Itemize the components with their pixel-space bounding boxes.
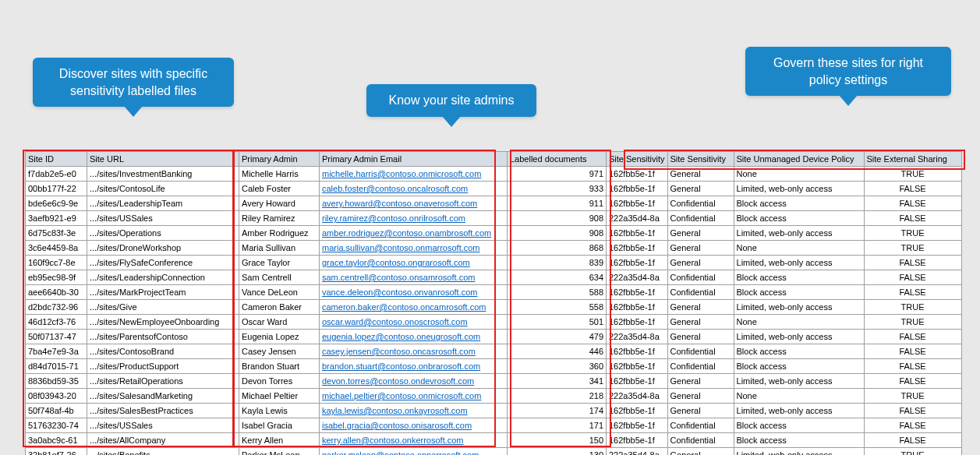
- cell-site-id[interactable]: f7dab2e5-e0: [26, 167, 87, 182]
- cell-sensitivity[interactable]: General: [667, 182, 734, 196]
- col-sensitivity[interactable]: Site Sensitivity: [667, 152, 734, 167]
- cell-site-url[interactable]: .../sites/Operations: [87, 226, 239, 241]
- cell-ext-sharing[interactable]: FALSE: [864, 196, 961, 211]
- cell-site-id[interactable]: aee6640b-30: [26, 285, 87, 300]
- cell-ext-sharing[interactable]: TRUE: [864, 167, 961, 182]
- cell-sens-guid[interactable]: 162fbb5e-1f: [607, 285, 668, 300]
- cell-docs[interactable]: 933: [508, 182, 607, 196]
- cell-sens-guid[interactable]: 162fbb5e-1f: [607, 433, 668, 448]
- col-site-id[interactable]: Site ID: [26, 152, 87, 167]
- cell-site-url[interactable]: .../sites/AllCompany: [87, 433, 239, 448]
- cell-sensitivity[interactable]: Confidential: [667, 211, 734, 226]
- email-link[interactable]: kerry.allen@contoso.onkerrosoft.com: [322, 436, 464, 445]
- cell-site-url[interactable]: .../sites/NewEmployeeOnboarding: [87, 315, 239, 330]
- cell-email[interactable]: avery.howard@contoso.onaverosoft.com: [320, 196, 508, 211]
- cell-docs[interactable]: 218: [508, 389, 607, 404]
- cell-sens-guid[interactable]: 162fbb5e-1f: [607, 404, 668, 418]
- col-admin-email[interactable]: Primary Admin Email: [320, 152, 508, 167]
- cell-site-url[interactable]: .../sites/ContosoBrand: [87, 344, 239, 359]
- cell-site-id[interactable]: 32b81ef7-26: [26, 448, 87, 456]
- cell-device-policy[interactable]: Block access: [734, 344, 864, 359]
- table-row[interactable]: 160f9cc7-8e.../sites/FlySafeConferenceGr…: [26, 256, 962, 270]
- cell-admin[interactable]: Avery Howard: [239, 196, 320, 211]
- data-table[interactable]: Site ID Site URL Primary Admin Primary A…: [25, 151, 962, 455]
- cell-sens-guid[interactable]: 162fbb5e-1f: [607, 300, 668, 315]
- table-row[interactable]: 3c6e4459-8a.../sites/DroneWorkshopMaria …: [26, 241, 962, 256]
- cell-ext-sharing[interactable]: TRUE: [864, 241, 961, 256]
- table-row[interactable]: eb95ec98-9f.../sites/LeadershipConnectio…: [26, 270, 962, 285]
- cell-sensitivity[interactable]: General: [667, 374, 734, 389]
- cell-admin[interactable]: Sam Centrell: [239, 270, 320, 285]
- cell-sens-guid[interactable]: 162fbb5e-1f: [607, 256, 668, 270]
- cell-docs[interactable]: 911: [508, 196, 607, 211]
- cell-sens-guid[interactable]: 162fbb5e-1f: [607, 374, 668, 389]
- table-row[interactable]: d2bdc732-96.../sites/GiveCameron Bakerca…: [26, 300, 962, 315]
- cell-email[interactable]: amber.rodriguez@contoso.onambrosoft.com: [320, 226, 508, 241]
- cell-sensitivity[interactable]: General: [667, 241, 734, 256]
- cell-admin[interactable]: Parker McLean: [239, 448, 320, 456]
- cell-site-url[interactable]: .../sites/ParentsofContoso: [87, 330, 239, 344]
- cell-docs[interactable]: 908: [508, 211, 607, 226]
- cell-docs[interactable]: 174: [508, 404, 607, 418]
- cell-site-id[interactable]: bde6e6c9-9e: [26, 196, 87, 211]
- cell-sensitivity[interactable]: General: [667, 404, 734, 418]
- cell-site-id[interactable]: 8836bd59-35: [26, 374, 87, 389]
- cell-sens-guid[interactable]: 162fbb5e-1f: [607, 359, 668, 374]
- cell-sensitivity[interactable]: General: [667, 448, 734, 456]
- cell-email[interactable]: kayla.lewis@contoso.onkayrosoft.com: [320, 404, 508, 418]
- email-link[interactable]: caleb.foster@contoso.oncalrosoft.com: [322, 184, 468, 193]
- table-row[interactable]: 00bb177f-22.../sites/ContosoLifeCaleb Fo…: [26, 182, 962, 196]
- cell-docs[interactable]: 360: [508, 359, 607, 374]
- cell-device-policy[interactable]: Limited, web-only access: [734, 404, 864, 418]
- cell-site-id[interactable]: 08f03943-20: [26, 389, 87, 404]
- cell-device-policy[interactable]: None: [734, 315, 864, 330]
- cell-site-url[interactable]: .../sites/SalesandMarketing: [87, 389, 239, 404]
- cell-sens-guid[interactable]: 222a35d4-8a: [607, 270, 668, 285]
- cell-admin[interactable]: Riley Ramirez: [239, 211, 320, 226]
- cell-site-url[interactable]: .../sites/ProductSupport: [87, 359, 239, 374]
- header-row[interactable]: Site ID Site URL Primary Admin Primary A…: [26, 152, 962, 167]
- table-row[interactable]: 3a0abc9c-61.../sites/AllCompanyKerry All…: [26, 433, 962, 448]
- table-row[interactable]: 8836bd59-35.../sites/RetailOperationsDev…: [26, 374, 962, 389]
- cell-site-id[interactable]: 51763230-74: [26, 418, 87, 433]
- cell-site-url[interactable]: .../sites/Benefits: [87, 448, 239, 456]
- cell-ext-sharing[interactable]: TRUE: [864, 315, 961, 330]
- cell-email[interactable]: michael.peltier@contoso.onmicrosoft.com: [320, 389, 508, 404]
- cell-ext-sharing[interactable]: TRUE: [864, 448, 961, 456]
- cell-site-url[interactable]: .../sites/ContosoLife: [87, 182, 239, 196]
- cell-sensitivity[interactable]: General: [667, 226, 734, 241]
- email-link[interactable]: grace.taylor@contoso.ongrarosoft.com: [322, 258, 470, 267]
- cell-ext-sharing[interactable]: FALSE: [864, 285, 961, 300]
- cell-docs[interactable]: 501: [508, 315, 607, 330]
- cell-sens-guid[interactable]: 162fbb5e-1f: [607, 315, 668, 330]
- cell-admin[interactable]: Devon Torres: [239, 374, 320, 389]
- cell-sensitivity[interactable]: Confidential: [667, 270, 734, 285]
- cell-admin[interactable]: Eugenia Lopez: [239, 330, 320, 344]
- cell-device-policy[interactable]: Block access: [734, 433, 864, 448]
- cell-email[interactable]: caleb.foster@contoso.oncalrosoft.com: [320, 182, 508, 196]
- cell-email[interactable]: sam.centrell@contoso.onsamrosoft.com: [320, 270, 508, 285]
- cell-docs[interactable]: 446: [508, 344, 607, 359]
- cell-ext-sharing[interactable]: FALSE: [864, 404, 961, 418]
- email-link[interactable]: casey.jensen@contoso.oncasrosoft.com: [322, 347, 476, 356]
- cell-admin[interactable]: Cameron Baker: [239, 300, 320, 315]
- email-link[interactable]: isabel.gracia@contoso.onisarosoft.com: [322, 421, 472, 430]
- cell-ext-sharing[interactable]: FALSE: [864, 270, 961, 285]
- cell-ext-sharing[interactable]: TRUE: [864, 300, 961, 315]
- cell-device-policy[interactable]: Limited, web-only access: [734, 226, 864, 241]
- cell-sens-guid[interactable]: 162fbb5e-1f: [607, 167, 668, 182]
- cell-site-id[interactable]: 3aefb921-e9: [26, 211, 87, 226]
- cell-sens-guid[interactable]: 162fbb5e-1f: [607, 196, 668, 211]
- table-row[interactable]: 08f03943-20.../sites/SalesandMarketingMi…: [26, 389, 962, 404]
- email-link[interactable]: avery.howard@contoso.onaverosoft.com: [322, 199, 477, 208]
- cell-ext-sharing[interactable]: FALSE: [864, 374, 961, 389]
- cell-ext-sharing[interactable]: FALSE: [864, 433, 961, 448]
- cell-email[interactable]: vance.deleon@contoso.onvanrosoft.com: [320, 285, 508, 300]
- cell-email[interactable]: eugenia.lopez@contoso.oneugrosoft.com: [320, 330, 508, 344]
- cell-docs[interactable]: 634: [508, 270, 607, 285]
- cell-device-policy[interactable]: Block access: [734, 211, 864, 226]
- cell-admin[interactable]: Kerry Allen: [239, 433, 320, 448]
- cell-site-url[interactable]: .../sites/Give: [87, 300, 239, 315]
- cell-site-id[interactable]: eb95ec98-9f: [26, 270, 87, 285]
- cell-ext-sharing[interactable]: FALSE: [864, 211, 961, 226]
